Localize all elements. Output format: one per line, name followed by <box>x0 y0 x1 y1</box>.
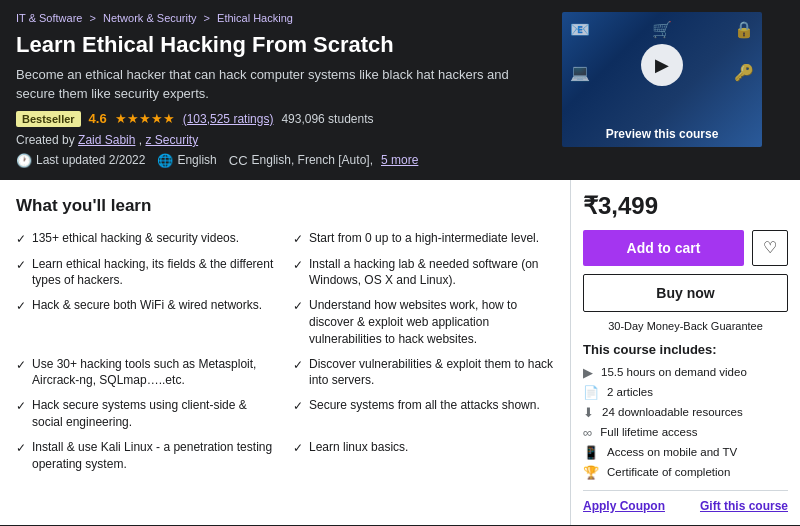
include-video-text: 15.5 hours on demand video <box>601 366 747 378</box>
price-currency: ₹ <box>583 192 598 219</box>
guarantee-text: 30-Day Money-Back Guarantee <box>583 320 788 332</box>
breadcrumb-sep1: > <box>90 12 96 24</box>
learn-item-text: Learn ethical hacking, its fields & the … <box>32 256 277 290</box>
author-sep: , <box>139 133 142 147</box>
check-icon: ✓ <box>293 257 303 274</box>
list-item: ✓ Hack & secure both WiFi & wired networ… <box>16 295 277 349</box>
include-item-lifetime: ∞ Full lifetime access <box>583 425 788 440</box>
list-item: ✓ Learn ethical hacking, its fields & th… <box>16 254 277 292</box>
video-thumbnail[interactable]: 📧 🔒 🛒 💻 🔑 ▶ Preview this course <box>562 12 762 147</box>
meta-updated: 🕐 Last updated 2/2022 <box>16 153 145 168</box>
article-icon: 📄 <box>583 385 599 400</box>
learn-item-text: Use 30+ hacking tools such as Metasploit… <box>32 356 277 390</box>
author2-link[interactable]: z Security <box>145 133 198 147</box>
learn-section: What you'll learn ✓ 135+ ethical hacking… <box>0 180 570 525</box>
check-icon: ✓ <box>293 298 303 315</box>
breadcrumb-part1[interactable]: IT & Software <box>16 12 82 24</box>
wishlist-button[interactable]: ♡ <box>752 230 788 266</box>
learn-item-text: Discover vulnerabilities & exploit them … <box>309 356 554 390</box>
price-display: ₹3,499 <box>583 192 788 220</box>
purchase-sidebar: ₹3,499 Add to cart ♡ Buy now 30-Day Mone… <box>570 180 800 525</box>
add-to-cart-button[interactable]: Add to cart <box>583 230 744 266</box>
course-subtitle: Become an ethical hacker that can hack c… <box>16 66 546 102</box>
check-icon: ✓ <box>293 440 303 457</box>
learn-item-text: Secure systems from all the attacks show… <box>309 397 540 414</box>
author1-link[interactable]: Zaid Sabih <box>78 133 135 147</box>
video-icon: ▶ <box>583 365 593 380</box>
coupon-row: Apply Coupon Gift this course <box>583 490 788 513</box>
rating-count[interactable]: (103,525 ratings) <box>183 112 274 126</box>
learn-item-text: 135+ ethical hacking & security videos. <box>32 230 239 247</box>
meta-captions: CC English, French [Auto], 5 more <box>229 153 419 168</box>
price-amount: 3,499 <box>598 192 658 219</box>
list-item: ✓ Understand how websites work, how to d… <box>293 295 554 349</box>
download-icon: ⬇ <box>583 405 594 420</box>
list-item: ✓ Install a hacking lab & needed softwar… <box>293 254 554 292</box>
play-button[interactable]: ▶ <box>641 44 683 86</box>
meta-language: 🌐 English <box>157 153 216 168</box>
check-icon: ✓ <box>16 440 26 457</box>
include-certificate-text: Certificate of completion <box>607 466 730 478</box>
list-item: ✓ Secure systems from all the attacks sh… <box>293 395 554 433</box>
include-item-mobile: 📱 Access on mobile and TV <box>583 445 788 460</box>
globe-icon: 🌐 <box>157 153 173 168</box>
includes-title: This course includes: <box>583 342 788 357</box>
course-title: Learn Ethical Hacking From Scratch <box>16 32 546 58</box>
buy-now-button[interactable]: Buy now <box>583 274 788 312</box>
include-resources-text: 24 downloadable resources <box>602 406 743 418</box>
check-icon: ✓ <box>293 231 303 248</box>
check-icon: ✓ <box>16 398 26 415</box>
check-icon: ✓ <box>16 357 26 374</box>
learn-item-text: Hack secure systems using client-side & … <box>32 397 277 431</box>
students-count: 493,096 students <box>281 112 373 126</box>
breadcrumb-part3[interactable]: Ethical Hacking <box>217 12 293 24</box>
include-item-articles: 📄 2 articles <box>583 385 788 400</box>
certificate-icon: 🏆 <box>583 465 599 480</box>
check-icon: ✓ <box>293 357 303 374</box>
include-lifetime-text: Full lifetime access <box>600 426 697 438</box>
list-item: ✓ Start from 0 up to a high-intermediate… <box>293 228 554 250</box>
cart-row: Add to cart ♡ <box>583 230 788 266</box>
check-icon: ✓ <box>16 298 26 315</box>
video-play-area[interactable]: ▶ <box>562 12 762 117</box>
language-label: English <box>177 153 216 167</box>
list-item: ✓ 135+ ethical hacking & security videos… <box>16 228 277 250</box>
clock-icon: 🕐 <box>16 153 32 168</box>
check-icon: ✓ <box>16 231 26 248</box>
learn-title: What you'll learn <box>16 196 554 216</box>
learn-item-text: Install & use Kali Linux - a penetration… <box>32 439 277 473</box>
captions-more[interactable]: 5 more <box>381 153 418 167</box>
meta-row: 🕐 Last updated 2/2022 🌐 English CC Engli… <box>16 153 546 168</box>
rating-number: 4.6 <box>89 111 107 126</box>
learn-grid: ✓ 135+ ethical hacking & security videos… <box>16 228 554 475</box>
list-item: ✓ Install & use Kali Linux - a penetrati… <box>16 437 277 475</box>
list-item: ✓ Discover vulnerabilities & exploit the… <box>293 354 554 392</box>
author-row: Created by Zaid Sabih , z Security <box>16 133 546 147</box>
include-item-video: ▶ 15.5 hours on demand video <box>583 365 788 380</box>
preview-text: Preview this course <box>606 127 719 141</box>
learn-item-text: Hack & secure both WiFi & wired networks… <box>32 297 262 314</box>
list-item: ✓ Hack secure systems using client-side … <box>16 395 277 433</box>
include-mobile-text: Access on mobile and TV <box>607 446 737 458</box>
learn-item-text: Install a hacking lab & needed software … <box>309 256 554 290</box>
learn-item-text: Learn linux basics. <box>309 439 408 456</box>
include-articles-text: 2 articles <box>607 386 653 398</box>
breadcrumb-sep2: > <box>204 12 210 24</box>
infinity-icon: ∞ <box>583 425 592 440</box>
list-item: ✓ Use 30+ hacking tools such as Metasplo… <box>16 354 277 392</box>
stars-icon: ★★★★★ <box>115 111 175 126</box>
breadcrumb-part2[interactable]: Network & Security <box>103 12 197 24</box>
include-item-certificate: 🏆 Certificate of completion <box>583 465 788 480</box>
mobile-icon: 📱 <box>583 445 599 460</box>
author-label: Created by <box>16 133 75 147</box>
learn-item-text: Understand how websites work, how to dis… <box>309 297 554 347</box>
bestseller-badge: Bestseller <box>16 111 81 127</box>
learn-item-text: Start from 0 up to a high-intermediate l… <box>309 230 539 247</box>
gift-course-link[interactable]: Gift this course <box>700 499 788 513</box>
rating-row: Bestseller 4.6 ★★★★★ (103,525 ratings) 4… <box>16 111 546 127</box>
cc-icon: CC <box>229 153 248 168</box>
include-item-resources: ⬇ 24 downloadable resources <box>583 405 788 420</box>
list-item: ✓ Learn linux basics. <box>293 437 554 475</box>
apply-coupon-link[interactable]: Apply Coupon <box>583 499 665 513</box>
breadcrumb: IT & Software > Network & Security > Eth… <box>16 12 546 24</box>
